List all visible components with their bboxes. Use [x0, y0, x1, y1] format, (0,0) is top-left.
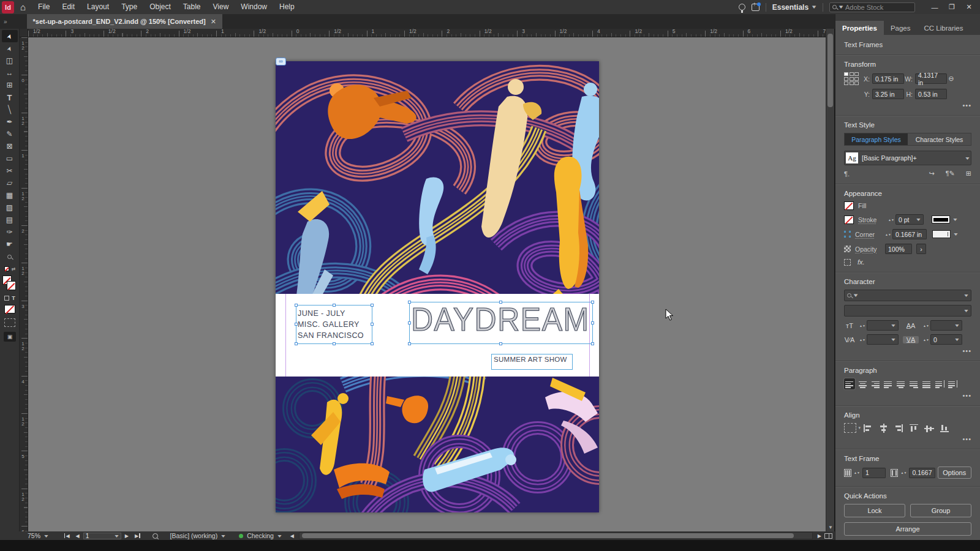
- chevron-down-icon[interactable]: ▼: [952, 217, 958, 222]
- kerning-stepper[interactable]: ▲▼: [859, 339, 865, 341]
- previous-page-button[interactable]: ◀: [76, 533, 80, 539]
- selection-handle[interactable]: [408, 321, 411, 324]
- selection-handle[interactable]: [408, 342, 411, 345]
- formatting-affects-container-icon[interactable]: [4, 296, 9, 301]
- workspace-switcher[interactable]: Essentials ▼: [772, 3, 816, 12]
- leading-field[interactable]: ▼: [930, 320, 962, 331]
- stroke-label[interactable]: Stroke: [858, 216, 884, 223]
- tab-paragraph-styles[interactable]: Paragraph Styles: [845, 133, 908, 145]
- last-page-button[interactable]: ▶: [135, 533, 140, 539]
- gutter-stepper[interactable]: ▲▼: [900, 471, 907, 474]
- panel-collapse-icon[interactable]: »: [0, 18, 11, 25]
- opacity-label[interactable]: Opacity: [855, 246, 881, 253]
- paragraph-pa-as-button[interactable]: [947, 378, 958, 389]
- stroke-none-swatch[interactable]: [844, 216, 854, 224]
- paragraph-more-options[interactable]: •••: [844, 392, 971, 399]
- note-tool[interactable]: ▤: [2, 214, 18, 226]
- rectangle-frame-tool[interactable]: ⊠: [2, 140, 18, 152]
- info-text-frame[interactable]: JUNE - JULY MISC. GALLERY SAN FRANCISCO: [296, 305, 372, 344]
- paragraph-pa-jc-button[interactable]: [895, 378, 907, 389]
- vertical-ruler[interactable]: 1 201 211 221 231 241 251 26: [20, 37, 28, 531]
- preflight-icon[interactable]: [153, 533, 158, 539]
- scroll-right-icon[interactable]: ▶: [818, 533, 821, 539]
- menu-table[interactable]: Table: [177, 0, 207, 14]
- stroke-swatch[interactable]: [7, 281, 16, 290]
- apply-none-swatch[interactable]: [4, 305, 15, 313]
- paragraph-style-select[interactable]: Ag [Basic Paragraph]+ ▼: [844, 151, 971, 165]
- vertical-scrollbar[interactable]: ▼: [826, 29, 834, 531]
- selection-handle[interactable]: [371, 323, 374, 326]
- learn-bulb-icon[interactable]: [739, 4, 745, 10]
- canvas-viewport[interactable]: .u1{fill:none;stroke-width:26}.u2{fill:n…: [28, 37, 826, 531]
- leading-stepper[interactable]: ▲▼: [923, 324, 929, 327]
- al-right-button[interactable]: [894, 424, 903, 433]
- lock-button[interactable]: Lock: [844, 504, 905, 517]
- stroke-stepper[interactable]: ▲▼: [888, 219, 894, 221]
- paragraph-pa-ts-button[interactable]: [934, 378, 945, 389]
- scissors-tool[interactable]: ✂: [2, 165, 18, 177]
- preview-mode-button[interactable]: ▣: [4, 332, 16, 342]
- free-transform-tool[interactable]: ▱: [2, 177, 18, 189]
- new-style-icon[interactable]: ⊞: [966, 170, 971, 178]
- opacity-expand-button[interactable]: ›: [916, 244, 926, 254]
- horizontal-scrollbar[interactable]: [299, 532, 813, 539]
- menu-view[interactable]: View: [207, 0, 235, 14]
- al-hc-button[interactable]: [878, 424, 888, 433]
- arrange-button[interactable]: Arrange: [844, 522, 971, 536]
- stroke-color-swatch[interactable]: [932, 216, 950, 223]
- paragraph-pa-c-button[interactable]: [857, 378, 868, 389]
- paragraph-pa-jr-button[interactable]: [908, 378, 919, 389]
- align-to-dropdown-icon[interactable]: [844, 423, 856, 433]
- gap-tool[interactable]: ↔: [2, 67, 18, 79]
- tab-cc-libraries[interactable]: CC Libraries: [918, 21, 970, 35]
- mini-fill-swatch[interactable]: [4, 266, 9, 271]
- content-collector-tool[interactable]: ⊞: [2, 79, 18, 91]
- menu-window[interactable]: Window: [235, 0, 273, 14]
- selection-handle[interactable]: [295, 304, 298, 307]
- vertical-scrollbar-thumb[interactable]: [827, 34, 833, 107]
- x-field[interactable]: 0.175 in: [872, 73, 904, 84]
- daydream-text-frame[interactable]: DAYDREAM: [409, 302, 593, 344]
- zoom-tool[interactable]: [2, 250, 18, 263]
- font-size-stepper[interactable]: ▲▼: [859, 324, 865, 327]
- page-number-field[interactable]: 1 ▼: [83, 533, 121, 539]
- redefine-style-icon[interactable]: ↪: [929, 170, 934, 178]
- zoom-level[interactable]: 75%: [28, 532, 40, 539]
- tab-character-styles[interactable]: Character Styles: [908, 133, 971, 145]
- spread-view-icon[interactable]: [824, 533, 832, 539]
- summer-text-frame[interactable]: SUMMER ART SHOW: [491, 354, 573, 370]
- font-size-field[interactable]: ▼: [867, 320, 899, 331]
- tab-pages[interactable]: Pages: [884, 21, 918, 35]
- menu-type[interactable]: Type: [115, 0, 143, 14]
- character-more-options[interactable]: •••: [844, 347, 971, 354]
- next-page-button[interactable]: ▶: [125, 533, 129, 539]
- w-field[interactable]: 4.1317 in: [915, 73, 947, 84]
- h-field[interactable]: 0.53 in: [915, 89, 947, 99]
- selection-handle[interactable]: [333, 342, 336, 345]
- horizontal-scrollbar-thumb[interactable]: [302, 533, 794, 538]
- selection-handle[interactable]: [499, 342, 502, 345]
- selection-handle[interactable]: [591, 301, 594, 304]
- selection-handle[interactable]: [371, 342, 374, 345]
- stock-search-input[interactable]: ▼ Adobe Stock: [829, 2, 915, 12]
- type-tool[interactable]: T: [2, 91, 18, 103]
- selection-handle[interactable]: [371, 304, 374, 307]
- preset-chevron-icon[interactable]: ▼: [220, 534, 226, 538]
- menu-edit[interactable]: Edit: [56, 0, 81, 14]
- close-button[interactable]: ✕: [960, 1, 978, 13]
- text-frame-options-button[interactable]: Options: [938, 467, 971, 479]
- al-vc-button[interactable]: [924, 424, 934, 433]
- align-more-options[interactable]: •••: [844, 435, 971, 443]
- tracking-stepper[interactable]: ▲▼: [923, 339, 929, 341]
- selection-handle[interactable]: [295, 342, 298, 345]
- al-top-button[interactable]: [909, 424, 919, 433]
- zoom-chevron-icon[interactable]: ▼: [43, 534, 49, 538]
- first-page-button[interactable]: ◀: [64, 533, 70, 539]
- opacity-field[interactable]: 100%: [885, 244, 912, 254]
- status-chevron-icon[interactable]: ▼: [276, 534, 282, 538]
- object-style-icon[interactable]: [844, 259, 851, 266]
- horizontal-ruler[interactable]: 1/231/221/211/201/211/221/231/241/251/26…: [28, 29, 826, 37]
- kerning-field[interactable]: ▼: [867, 334, 899, 345]
- columns-field[interactable]: 1: [862, 468, 886, 478]
- corner-label[interactable]: Corner: [855, 231, 881, 238]
